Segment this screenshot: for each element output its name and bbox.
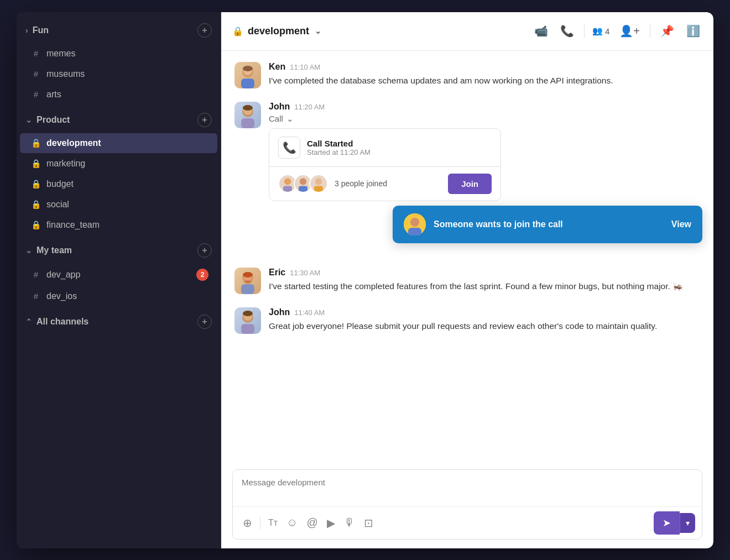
chevron-up-icon: ⌃ — [25, 317, 32, 326]
message-sender-ken: Ken — [269, 62, 285, 72]
mention-button[interactable]: @ — [304, 514, 321, 531]
channel-lock-icon: 🔒 — [232, 26, 243, 36]
channel-header: 🔒 development ⌄ 📹 📞 👥 4 👤+ — [221, 12, 713, 51]
compose-icon: ⊡ — [364, 516, 373, 530]
svg-rect-9 — [283, 186, 292, 192]
lock-icon: 🔒 — [31, 159, 41, 169]
emoji-button[interactable]: ☺ — [283, 514, 301, 531]
message-input-box: ⊕ Tт ☺ @ ▶ 🎙 — [232, 469, 702, 540]
call-participant-3 — [309, 174, 328, 193]
sidebar-item-dev-ios-label: dev_ios — [46, 291, 208, 301]
sidebar-item-museums[interactable]: # museums — [20, 64, 217, 84]
sidebar-item-dev-app[interactable]: # dev_app 2 — [20, 264, 217, 286]
member-count-value: 4 — [605, 27, 609, 36]
sidebar-item-marketing[interactable]: 🔒 marketing — [20, 154, 217, 174]
add-member-button[interactable]: 👤+ — [617, 22, 642, 40]
member-count[interactable]: 👥 4 — [592, 26, 609, 36]
send-button[interactable]: ➤ — [654, 511, 680, 535]
svg-point-12 — [315, 178, 322, 185]
phone-icon: 📞 — [560, 24, 574, 38]
sidebar-item-dev-ios[interactable]: # dev_ios — [20, 286, 217, 306]
add-member-icon: 👤+ — [619, 24, 640, 38]
members-icon: 👥 — [592, 26, 603, 36]
message-sender-eric: Eric — [269, 268, 285, 278]
call-card-top: 📞 Call Started Started at 11:20 AM — [269, 129, 500, 167]
message-body-ken: Ken 11:10 AM I've completed the database… — [269, 62, 700, 88]
add-team-channel-button[interactable]: + — [197, 243, 212, 258]
add-fun-channel-button[interactable]: + — [197, 23, 212, 38]
sidebar-item-development[interactable]: 🔒 development — [20, 133, 217, 153]
notification-view-button[interactable]: View — [671, 219, 691, 229]
call-phone-icon: 📞 — [278, 137, 300, 159]
hash-icon: # — [31, 90, 41, 99]
sidebar-item-budget[interactable]: 🔒 budget — [20, 174, 217, 194]
message-text-john-2: Great job everyone! Please submit your p… — [269, 320, 700, 332]
hash-icon: # — [31, 270, 41, 279]
sidebar-item-marketing-label: marketing — [46, 159, 208, 169]
sidebar-item-finance-team[interactable]: 🔒 finance_team — [20, 215, 217, 235]
sidebar-item-arts[interactable]: # arts — [20, 85, 217, 104]
info-button[interactable]: ℹ️ — [684, 22, 702, 40]
sidebar-section-fun: › Fun + # memes # museums # arts — [17, 18, 221, 105]
send-icon: ➤ — [663, 517, 671, 529]
emoji-icon: ☺ — [286, 516, 298, 529]
sidebar-group-product[interactable]: ⌄ Product + — [17, 107, 221, 133]
video-icon: 📹 — [534, 24, 548, 38]
join-call-button[interactable]: Join — [448, 174, 492, 194]
svg-point-20 — [243, 272, 253, 278]
text-format-button[interactable]: Tт — [265, 516, 281, 530]
plus-circle-icon: ⊕ — [243, 516, 252, 530]
message-eric: Eric 11:30 AM I've started testing the c… — [234, 268, 700, 294]
toolbar-divider-1 — [260, 517, 260, 529]
hash-icon: # — [31, 291, 41, 301]
video-call-button[interactable]: 📹 — [532, 22, 550, 40]
call-avatars — [278, 174, 325, 193]
app-window: › Fun + # memes # museums # arts ⌄ — [17, 12, 713, 548]
sidebar-item-finance-team-label: finance_team — [46, 220, 208, 230]
avatar-john — [234, 102, 261, 128]
sidebar-item-social-label: social — [46, 200, 208, 210]
chevron-down-icon: ⌄ — [25, 246, 32, 255]
message-sender-john-2: John — [269, 307, 290, 317]
pin-button[interactable]: 📌 — [658, 22, 676, 40]
svg-point-3 — [243, 66, 253, 71]
svg-rect-1 — [241, 78, 254, 88]
compose-button[interactable]: ⊡ — [361, 514, 377, 532]
message-body-john: John 11:20 AM Call ⌄ 📞 Call Started Star… — [269, 102, 700, 201]
sidebar-group-fun[interactable]: › Fun + — [17, 18, 221, 43]
phone-call-button[interactable]: 📞 — [558, 22, 576, 40]
mic-button[interactable]: 🎙 — [341, 514, 358, 531]
lock-icon: 🔒 — [31, 200, 41, 210]
message-time-eric: 11:30 AM — [290, 269, 320, 277]
add-product-channel-button[interactable]: + — [197, 113, 212, 127]
send-options-dropdown[interactable]: ▾ — [680, 513, 695, 533]
call-card: 📞 Call Started Started at 11:20 AM — [269, 128, 501, 201]
hash-icon: # — [31, 69, 41, 78]
add-channel-button[interactable]: + — [197, 315, 212, 329]
message-time-john-2: 11:40 AM — [294, 308, 325, 317]
main-content: 🔒 development ⌄ 📹 📞 👥 4 👤+ — [221, 12, 713, 548]
sidebar-item-social[interactable]: 🔒 social — [20, 195, 217, 214]
chevron-right-icon: › — [25, 26, 28, 35]
message-input-area: ⊕ Tт ☺ @ ▶ 🎙 — [221, 464, 713, 548]
sidebar-group-all-channels[interactable]: ⌃ All channels + — [17, 309, 221, 334]
sidebar: › Fun + # memes # museums # arts ⌄ — [17, 12, 221, 548]
svg-rect-23 — [241, 324, 254, 334]
chevron-down-icon: ⌄ — [25, 116, 32, 124]
dev-app-badge: 2 — [196, 269, 208, 281]
message-input[interactable] — [233, 470, 702, 504]
message-header-ken: Ken 11:10 AM — [269, 62, 700, 72]
messages-area: Ken 11:10 AM I've completed the database… — [221, 51, 713, 464]
channel-dropdown-icon[interactable]: ⌄ — [315, 27, 321, 35]
message-text-ken: I've completed the database schema updat… — [269, 74, 700, 87]
call-label[interactable]: Call ⌄ — [269, 114, 700, 124]
chevron-down-icon: ▾ — [686, 519, 690, 527]
channel-name: development — [248, 25, 309, 37]
sidebar-item-budget-label: budget — [46, 179, 208, 189]
avatar-john-2 — [234, 307, 261, 334]
sidebar-group-product-label: Product — [36, 115, 70, 125]
gif-button[interactable]: ▶ — [324, 514, 338, 532]
add-attachment-button[interactable]: ⊕ — [239, 514, 255, 532]
sidebar-group-my-team[interactable]: ⌄ My team + — [17, 238, 221, 263]
sidebar-item-memes[interactable]: # memes — [20, 44, 217, 64]
